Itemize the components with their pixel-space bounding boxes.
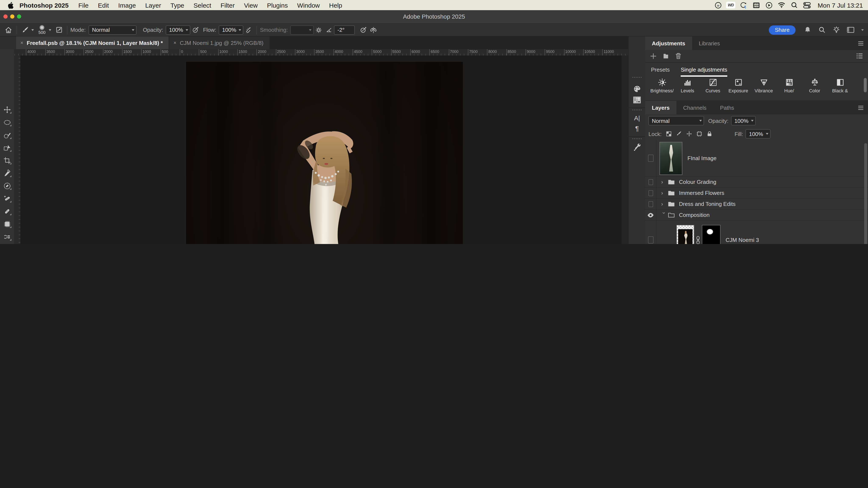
menu-item[interactable]: View (239, 1, 262, 9)
share-button[interactable]: Share (769, 25, 796, 35)
opacity-field[interactable]: 100% (166, 25, 190, 35)
lock-artboard-icon[interactable] (696, 131, 702, 137)
canvas-pasteboard[interactable] (20, 56, 621, 244)
symmetry-icon[interactable] (368, 25, 378, 35)
menu-item[interactable]: Image (114, 1, 141, 9)
creative-cloud-sync-icon[interactable] (739, 1, 748, 9)
menu-app-name[interactable]: Photoshop 2025 (15, 1, 74, 9)
adjustment-curves[interactable]: Curves (700, 78, 725, 93)
vertical-ruler[interactable] (14, 56, 21, 244)
pressure-opacity-icon[interactable] (190, 25, 200, 35)
film-icon[interactable] (752, 1, 761, 9)
menu-item[interactable]: Filter (216, 1, 240, 9)
menu-item[interactable]: File (74, 1, 93, 9)
tab-channels[interactable]: Channels (676, 101, 713, 115)
layer-row-composition[interactable]: › Composition (645, 210, 868, 221)
spot-healing-brush-tool[interactable] (1, 193, 13, 204)
mode-select[interactable]: Normal (89, 25, 136, 35)
layer-name[interactable]: Colour Grading (679, 179, 716, 185)
horizontal-ruler[interactable]: 4000350030002500200015001000500050010001… (14, 49, 628, 56)
close-window-button[interactable] (3, 14, 8, 19)
menu-item[interactable]: Window (292, 1, 324, 9)
tab-paths[interactable]: Paths (713, 101, 741, 115)
document-tab-active[interactable]: × Freefall.psb @ 18.1% (CJM Noemi 1, Lay… (16, 36, 169, 49)
layer-row-cjm-noemi-3[interactable]: CJM Noemi 3 (645, 221, 868, 244)
visibility-toggle[interactable] (645, 221, 656, 244)
lock-pixels-icon[interactable] (676, 131, 682, 137)
adjustments-list-view-icon[interactable] (856, 53, 863, 59)
dock-grip[interactable] (632, 109, 642, 110)
search-icon[interactable] (817, 25, 827, 35)
layer-row-dress-toning[interactable]: › Dress and Toning Edits (645, 199, 868, 210)
document-tab-inactive[interactable]: × CJM Noemi 1.jpg @ 25% (RGB/8) (169, 36, 269, 49)
dock-grip[interactable] (632, 138, 642, 139)
tab-layers[interactable]: Layers (645, 101, 676, 115)
adjustment-folder-icon[interactable] (662, 53, 669, 59)
menu-clock[interactable]: Mon 7 Jul 13:21 (815, 1, 863, 9)
adjustment-exposure[interactable]: Exposure (725, 78, 751, 93)
adjustment-levels[interactable]: Levels (675, 78, 700, 93)
adjustment-hue-saturation[interactable]: Hue/ (776, 78, 802, 93)
smoothing-gear-icon[interactable] (314, 25, 324, 35)
minimize-window-button[interactable] (10, 14, 14, 19)
menu-item[interactable]: Type (166, 1, 189, 9)
remove-tool[interactable] (1, 181, 13, 192)
wd-drive-icon[interactable]: WD (726, 2, 736, 8)
fill-field[interactable]: 100% (746, 129, 771, 138)
spotlight-icon[interactable] (790, 1, 799, 9)
subtab-presets[interactable]: Presets (651, 62, 670, 77)
elliptical-marquee-tool[interactable] (1, 117, 13, 128)
layers-scrollbar-thumb[interactable] (864, 143, 867, 244)
visibility-toggle[interactable] (645, 199, 656, 209)
brush-settings-panel-icon[interactable] (54, 25, 64, 35)
adjustments-scrollbar-thumb[interactable] (864, 78, 867, 92)
airbrush-icon[interactable] (244, 25, 254, 35)
selection-brush-tool[interactable] (1, 130, 13, 141)
layer-thumbnail[interactable] (676, 225, 694, 244)
adjustment-brightness[interactable]: Brightness/ (649, 78, 675, 93)
apple-icon[interactable] (6, 1, 15, 9)
tool-preset-chevron-icon[interactable] (31, 29, 34, 31)
workspace-icon[interactable] (845, 25, 856, 35)
pressure-size-icon[interactable] (358, 25, 368, 35)
tab-adjustments[interactable]: Adjustments (645, 36, 692, 50)
close-tab-icon[interactable]: × (20, 40, 23, 46)
wifi-icon[interactable] (777, 1, 786, 9)
brush-size-preview[interactable]: 500 (36, 25, 48, 35)
menu-item[interactable]: Edit (93, 1, 114, 9)
subtab-single-adjustments[interactable]: Single adjustments (681, 62, 727, 77)
delete-adjustment-icon[interactable] (675, 53, 682, 59)
tab-libraries[interactable]: Libraries (692, 36, 727, 50)
visibility-toggle[interactable] (645, 177, 656, 187)
panel-menu-icon[interactable] (858, 105, 864, 110)
document-canvas[interactable] (186, 62, 463, 244)
layer-name[interactable]: Immersed Flowers (679, 190, 724, 196)
smoothing-field[interactable] (290, 25, 314, 35)
workspace-chevron-icon[interactable] (861, 29, 864, 31)
menu-item[interactable]: Help (324, 1, 347, 9)
close-tab-icon[interactable]: × (173, 40, 176, 46)
flow-field[interactable]: 100% (219, 25, 244, 35)
menu-item[interactable]: Layer (141, 1, 166, 9)
move-tool[interactable] (1, 104, 13, 115)
object-selection-tool[interactable] (1, 142, 13, 153)
layer-row-colour-grading[interactable]: › Colour Grading (645, 177, 868, 188)
lock-all-icon[interactable] (707, 131, 712, 137)
visibility-toggle[interactable] (645, 188, 656, 198)
chevron-right-icon[interactable]: › (661, 201, 667, 207)
blend-mode-select[interactable]: Normal (648, 116, 704, 125)
home-icon[interactable] (3, 25, 13, 35)
patch-tool[interactable] (1, 219, 13, 230)
tools-customize-icon[interactable] (632, 141, 642, 152)
angle-field[interactable]: -2° (334, 25, 355, 35)
chevron-right-icon[interactable]: › (661, 179, 667, 185)
layer-row-immersed-flowers[interactable]: › Immersed Flowers (645, 188, 868, 199)
add-adjustment-icon[interactable] (650, 53, 656, 59)
layer-mask-thumbnail[interactable] (702, 225, 720, 244)
lock-position-icon[interactable] (686, 131, 692, 137)
layer-name[interactable]: Dress and Toning Edits (679, 201, 736, 207)
layer-row-final-image[interactable]: FInal Image (645, 140, 868, 177)
crop-tool[interactable] (1, 155, 13, 166)
panel-menu-icon[interactable] (858, 41, 864, 45)
adjustment-vibrance[interactable]: Vibrance (751, 78, 776, 93)
